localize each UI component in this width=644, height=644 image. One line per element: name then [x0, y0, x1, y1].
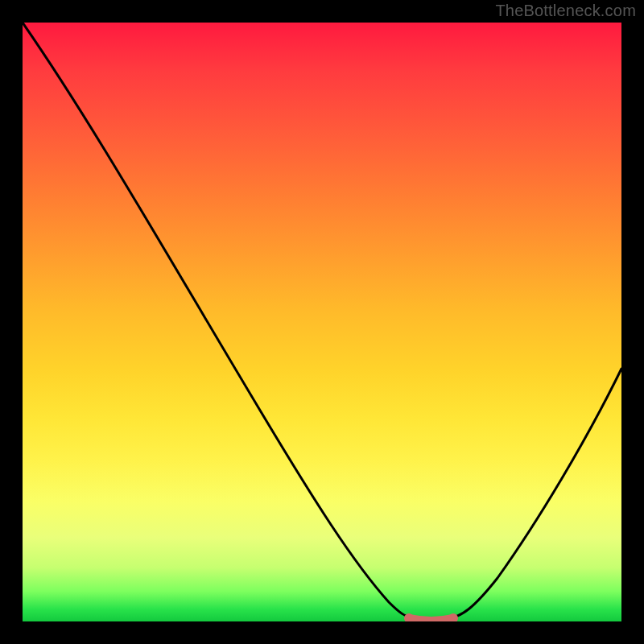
gradient-background — [23, 23, 621, 621]
plot-area — [23, 23, 621, 621]
chart-stage: TheBottleneck.com — [0, 0, 644, 644]
watermark-text: TheBottleneck.com — [495, 2, 636, 20]
